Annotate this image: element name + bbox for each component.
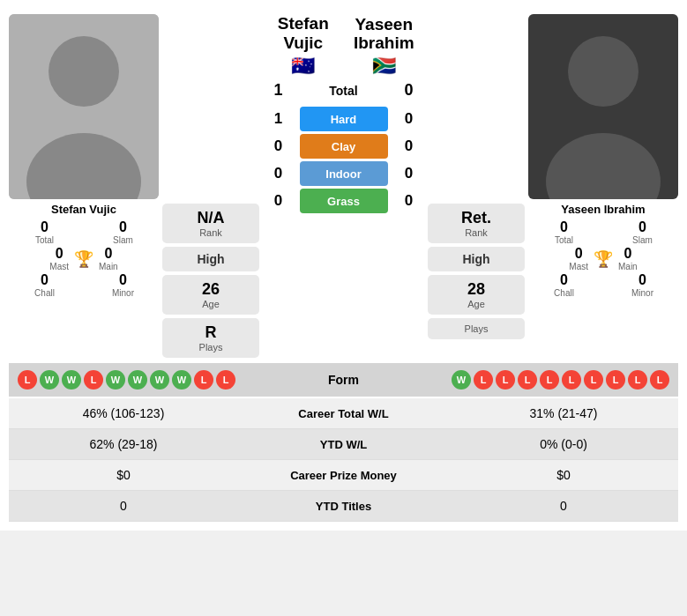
surface-rows: 1Hard00Clay00Indoor00Grass0 [266,104,422,216]
form-badge: W [106,370,125,390]
left-mini-stats: 0 Total 0 Slam 0 Mast 🏆 0 Main [9,219,159,298]
form-badge: L [562,370,581,390]
surface-row: 0Clay0 [266,134,422,159]
surface-button[interactable]: Grass [300,189,388,213]
career-stats-rows: 46% (106-123)Career Total W/L31% (21-47)… [9,398,678,522]
form-badge: L [628,370,647,390]
main-container: Stefan Vujic 0 Total 0 Slam 0 Mast � [0,0,687,531]
svg-point-1 [49,36,119,107]
form-badge: L [650,370,669,390]
surface-left-score: 1 [266,110,291,128]
left-minor-val: 0 Minor [87,272,159,298]
right-flag: 🇿🇦 [344,55,425,78]
form-badge: W [172,370,191,390]
form-badge: L [216,370,235,390]
right-player-section: Yaseen Ibrahim 0 Total 0 Slam 0 Mast 🏆 [528,14,678,298]
right-age-box: 28 Age [428,275,525,315]
left-slam-val: 0 Slam [87,219,159,245]
surface-row: 0Grass0 [266,189,422,213]
surface-button[interactable]: Indoor [300,161,388,186]
form-badge: L [606,370,625,390]
left-chall-val: 0 Chall [9,272,80,298]
left-info-panel: N/A Rank High 26 Age R Plays [162,204,259,358]
left-total-score: 1 [266,81,291,100]
total-row: 1 Total 0 [266,81,422,100]
form-badge: L [540,370,559,390]
surface-right-score: 0 [397,110,422,128]
left-rank-box: N/A Rank [162,204,259,243]
left-plays-box: R Plays [162,318,259,358]
surface-right-score: 0 [397,137,422,155]
form-badge: L [584,370,603,390]
form-badge: W [128,370,147,390]
surface-left-score: 0 [266,165,291,182]
career-stat-row: 0YTD Titles0 [9,491,678,522]
left-trophy-row: 0 Mast 🏆 0 Main [9,246,159,271]
surface-right-score: 0 [397,165,422,182]
career-stat-right: 31% (21-47) [467,406,661,420]
career-stat-right: $0 [467,468,661,482]
career-stat-label: Career Prize Money [220,469,467,482]
right-chall-val: 0 Chall [528,272,600,298]
right-player-name: Yaseen Ibrahim [561,203,645,216]
form-badge: L [474,370,493,390]
right-mini-stats: 0 Total 0 Slam 0 Mast 🏆 0 Main [528,219,678,298]
surface-right-score: 0 [397,192,422,210]
career-stat-row: $0Career Prize Money$0 [9,460,678,491]
right-plays-box: Plays [428,318,525,339]
left-main: 0 Main [99,246,118,271]
surface-button[interactable]: Clay [300,134,388,159]
center-section: Stefan Vujic 🇦🇺 Yaseen Ibrahim 🇿🇦 1 Tota… [263,14,424,216]
surface-left-score: 0 [266,137,291,155]
right-trophy-icon: 🏆 [594,249,613,269]
surface-button[interactable]: Hard [300,107,388,131]
form-section: LWWLWWWWLL Form WLLLLLLLLL [9,363,678,397]
career-stat-left: 0 [26,499,220,513]
form-label: Form [328,373,359,387]
surface-row: 1Hard0 [266,107,422,131]
right-slam-val: 0 Slam [607,219,678,245]
left-age-box: 26 Age [162,275,259,315]
left-player-name: Stefan Vujic [51,203,116,216]
career-stat-left: 46% (106-123) [26,406,220,420]
left-name-header: Stefan Vujic 🇦🇺 [263,14,344,78]
right-player-photo [528,14,678,199]
career-stat-right: 0% (0-0) [467,437,661,451]
left-mast: 0 Mast [49,246,69,271]
player-headers: Stefan Vujic 🇦🇺 Yaseen Ibrahim 🇿🇦 [263,14,424,78]
form-badge: W [150,370,169,390]
right-minor-val: 0 Minor [607,272,678,298]
right-info-panel: Ret. Rank High 28 Age Plays [428,204,525,339]
form-badge: L [194,370,213,390]
career-stat-right: 0 [467,499,661,513]
career-stat-left: $0 [26,468,220,482]
right-rank-box: Ret. Rank [428,204,525,243]
right-high-box: High [428,247,525,271]
left-player-section: Stefan Vujic 0 Total 0 Slam 0 Mast � [9,14,159,298]
right-name-header: Yaseen Ibrahim 🇿🇦 [344,16,425,78]
surface-left-score: 0 [266,192,291,210]
left-trophy-icon: 🏆 [74,249,93,269]
right-trophy-row: 0 Mast 🏆 0 Main [528,246,678,271]
career-stat-label: YTD Titles [220,500,467,513]
right-form-badges: WLLLLLLLLL [452,370,669,390]
total-label: Total [300,84,388,98]
career-stat-label: Career Total W/L [220,407,467,420]
form-badge: L [84,370,103,390]
career-stat-left: 62% (29-18) [26,437,220,451]
right-total-score: 0 [397,81,422,100]
career-stat-row: 62% (29-18)YTD W/L0% (0-0) [9,429,678,460]
right-main: 0 Main [618,246,638,271]
form-badge: L [518,370,537,390]
form-badge: L [496,370,515,390]
left-high-box: High [162,247,259,271]
left-form-badges: LWWLWWWWLL [18,370,235,390]
form-badge: L [18,370,37,390]
left-player-photo [9,14,159,199]
career-stat-label: YTD W/L [220,438,467,451]
surface-row: 0Indoor0 [266,161,422,186]
left-total-val: 0 Total [9,219,80,245]
career-stat-row: 46% (106-123)Career Total W/L31% (21-47) [9,398,678,429]
svg-point-4 [568,36,638,107]
form-badge: W [452,370,471,390]
